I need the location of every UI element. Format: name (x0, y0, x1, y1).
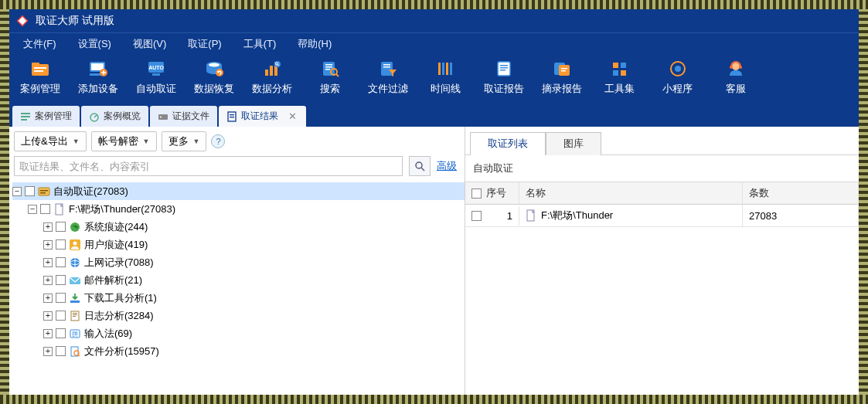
svg-point-70 (73, 241, 77, 245)
svg-rect-3 (32, 63, 39, 66)
expand-icon[interactable]: + (43, 347, 53, 356)
svg-line-63 (421, 168, 424, 171)
menubar: 文件(F) 设置(S) 视图(V) 取证(P) 工具(T) 帮助(H) (9, 32, 859, 54)
tool-search[interactable]: 搜索 (301, 59, 359, 100)
tree-checkbox[interactable] (56, 328, 66, 338)
expand-icon[interactable]: + (43, 222, 53, 232)
result-tree[interactable]: −自动取证(27083)−F:\靶场\Thunder(27083)+系统痕迹(2… (9, 181, 465, 395)
excerpt-icon (552, 60, 572, 77)
auto-icon (38, 185, 50, 198)
more-button[interactable]: 更多▼ (162, 131, 207, 151)
tab-forensics-result[interactable]: 取证结果 ✕ (219, 106, 306, 127)
header-checkbox[interactable] (471, 188, 482, 199)
svg-rect-36 (500, 65, 508, 66)
tab-forensics-list[interactable]: 取证列表 (470, 132, 546, 155)
menu-forensics[interactable]: 取证(P) (177, 34, 232, 54)
expand-icon[interactable]: + (43, 240, 53, 250)
table-row[interactable]: 1F:\靶场\Thunder27083 (465, 205, 859, 227)
svg-rect-32 (442, 63, 444, 75)
tree-label: 下载工具分析(1) (84, 291, 157, 305)
upload-export-button[interactable]: 上传&导出▼ (14, 131, 87, 151)
tree-node[interactable]: +拼输入法(69) (12, 324, 465, 342)
tree-node[interactable]: +用户痕迹(419) (12, 236, 465, 253)
expand-icon[interactable]: + (43, 258, 53, 267)
tab-case-overview[interactable]: 案例概览 (81, 106, 148, 127)
tool-support[interactable]: 客服 (706, 59, 764, 100)
svg-rect-65 (40, 190, 48, 192)
tree-label: 日志分析(3284) (84, 309, 154, 323)
app-title: 取证大师 试用版 (36, 14, 114, 28)
svg-point-49 (732, 63, 740, 70)
expand-icon[interactable]: + (43, 276, 53, 285)
tool-toolset[interactable]: 工具集 (591, 59, 648, 100)
svg-rect-54 (21, 119, 27, 121)
menu-view[interactable]: 视图(V) (122, 34, 177, 54)
tree-node[interactable]: −F:\靶场\Thunder(27083) (12, 200, 465, 218)
menu-help[interactable]: 帮助(H) (287, 34, 342, 54)
tool-file-filter[interactable]: 文件过滤 (359, 59, 417, 100)
collapse-icon[interactable]: − (28, 205, 37, 214)
search-button[interactable] (409, 156, 431, 176)
tree-node[interactable]: +文件分析(15957) (12, 342, 465, 360)
tree-node[interactable]: +邮件解析(21) (12, 271, 465, 289)
tree-checkbox[interactable] (56, 257, 66, 267)
tree-checkbox[interactable] (56, 239, 66, 250)
result-icon (226, 111, 237, 122)
expand-icon[interactable]: + (43, 329, 53, 338)
tree-checkbox[interactable] (56, 275, 66, 285)
tree-checkbox[interactable] (40, 204, 50, 214)
tree-label: 文件分析(15957) (84, 345, 159, 358)
svg-point-50 (730, 66, 733, 69)
tree-checkbox[interactable] (56, 346, 66, 356)
tree-node[interactable]: +上网记录(7088) (12, 253, 465, 271)
row-checkbox[interactable] (471, 211, 482, 221)
svg-rect-64 (39, 188, 49, 195)
document-tabs: 案例管理 案例概览 证据文件 取证结果 ✕ (9, 102, 859, 127)
tool-excerpt-report[interactable]: 摘录报告 (533, 59, 591, 100)
tool-data-recovery[interactable]: 数据恢复 (185, 59, 243, 100)
advanced-link[interactable]: 高级 (437, 159, 460, 173)
tree-checkbox[interactable] (56, 293, 66, 303)
tab-case-mgmt[interactable]: 案例管理 (12, 106, 80, 127)
tool-forensics-report[interactable]: 取证报告 (475, 59, 533, 100)
titlebar: 取证大师 试用版 (9, 9, 859, 32)
tree-checkbox[interactable] (56, 222, 66, 232)
tree-node[interactable]: +日志分析(3284) (12, 307, 465, 324)
tree-node[interactable]: +下载工具分析(1) (12, 289, 465, 307)
tool-case-mgmt[interactable]: 案例管理 (11, 59, 69, 100)
help-icon[interactable]: ? (211, 134, 225, 148)
expand-icon[interactable]: + (43, 294, 53, 303)
menu-tools[interactable]: 工具(T) (233, 34, 288, 54)
svg-rect-28 (381, 62, 393, 76)
tab-evidence-files[interactable]: 证据文件 (150, 106, 217, 127)
tool-miniapp[interactable]: 小程序 (648, 59, 706, 100)
tool-add-device[interactable]: 添加设备 (69, 59, 127, 100)
search-icon (414, 161, 425, 171)
svg-rect-60 (230, 114, 234, 115)
search-input[interactable] (14, 156, 403, 176)
tree-label: 邮件解析(21) (84, 273, 142, 287)
expand-icon[interactable]: + (43, 311, 53, 321)
tree-node[interactable]: −自动取证(27083) (12, 182, 465, 200)
svg-point-51 (739, 66, 742, 69)
svg-rect-41 (561, 68, 567, 70)
menu-file[interactable]: 文件(F) (12, 34, 67, 54)
tool-data-analysis[interactable]: 数据分析 (243, 59, 301, 100)
menu-settings[interactable]: 设置(S) (67, 34, 122, 54)
app-logo-icon (15, 14, 29, 28)
tab-gallery[interactable]: 图库 (546, 132, 601, 155)
fanalysis-icon (69, 345, 81, 358)
tab-close-icon[interactable]: ✕ (287, 110, 298, 122)
svg-text:AUTO: AUTO (148, 65, 164, 70)
tree-node[interactable]: +系统痕迹(244) (12, 218, 465, 236)
collapse-icon[interactable]: − (12, 187, 22, 196)
tool-auto-forensics[interactable]: AUTO自动取证 (127, 59, 185, 100)
tree-checkbox[interactable] (25, 186, 35, 196)
tool-timeline[interactable]: 时间线 (417, 59, 475, 100)
tree-checkbox[interactable] (56, 311, 66, 321)
account-decrypt-button[interactable]: 帐号解密▼ (91, 131, 157, 151)
svg-rect-42 (561, 70, 566, 72)
folder-icon (30, 60, 50, 77)
svg-rect-33 (446, 63, 448, 75)
svg-rect-57 (158, 114, 168, 120)
